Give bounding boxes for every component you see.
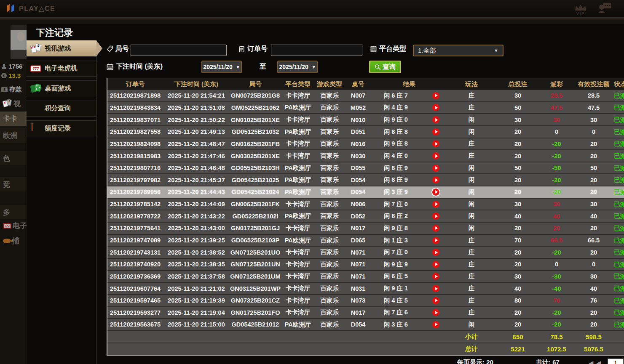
cell-valid-bet: 28.5 (574, 90, 613, 101)
table-row[interactable]: 2511202195636752025-11-20 21:15:00GD0542… (107, 319, 624, 331)
play-icon[interactable] (432, 165, 439, 172)
cell-status: 已派彩 (613, 162, 624, 174)
menu-item-table-games[interactable]: 桌面游戏 (27, 80, 96, 96)
play-icon[interactable] (432, 152, 439, 159)
play-icon[interactable] (432, 285, 439, 292)
play-icon[interactable] (432, 104, 439, 111)
cell-order-no: 251120219736369 (107, 271, 163, 282)
cell-platform-type: 卡卡湾厅 (281, 150, 315, 162)
menu-item-live-games[interactable]: K♥9 视讯游戏 (27, 40, 96, 56)
cell-order-no: 251120219843834 (107, 102, 163, 114)
play-icon[interactable] (432, 225, 439, 232)
table-row[interactable]: 2511202195932772025-11-20 21:19:04GN0172… (107, 307, 624, 319)
cell-payout: 30 (539, 114, 574, 125)
cell-table-no: D054 (344, 186, 372, 198)
menu-item-quota-records[interactable]: 额度记录 (27, 120, 96, 136)
modal-menu: K♥9 视讯游戏 777 电子老虎机 桌面游戏 积分查询 额度记录 (27, 40, 97, 364)
menu-item-points[interactable]: 积分查询 (27, 101, 96, 117)
page-input[interactable] (608, 359, 624, 364)
table-row[interactable]: 2511202197899562025-11-20 21:44:43GD0542… (107, 186, 624, 199)
clipboard-icon (238, 45, 245, 53)
play-icon[interactable] (432, 128, 439, 136)
cell-table-no: N007 (344, 90, 372, 101)
table-row[interactable]: 2511202196077642025-11-20 21:21:02GN0312… (107, 283, 624, 295)
play-icon[interactable] (432, 140, 439, 147)
header-game-type: 游戏类型 (315, 78, 344, 90)
brand-logo[interactable]: PLAY△CE (5, 3, 55, 15)
table-row[interactable]: 2511202198275582025-11-20 21:49:13GD0512… (107, 126, 624, 138)
cell-round-no: GN00625B201FK (230, 199, 281, 210)
cell-valid-bet: 66.5 (574, 235, 613, 246)
play-icon[interactable] (432, 309, 439, 316)
play-icon[interactable] (432, 261, 439, 268)
play-icon[interactable] (432, 116, 439, 123)
table-row[interactable]: 2511202197756412025-11-20 21:43:00GN0172… (107, 223, 624, 235)
play-icon[interactable] (432, 213, 439, 220)
cell-bet-time: 2025-11-20 21:37:58 (163, 271, 230, 282)
cell-total-bet: 20 (497, 307, 539, 319)
bet-time-label: 下注时间 (美东) (106, 62, 163, 71)
date-to-select[interactable]: 2025/11/20▼ (277, 61, 318, 73)
play-icon[interactable] (432, 273, 439, 280)
cell-valid-bet: 20 (574, 186, 613, 198)
play-icon[interactable] (432, 249, 439, 256)
cell-platform-type: PA欧洲厅 (281, 174, 315, 186)
cell-valid-bet: 20 (574, 223, 613, 234)
table-row[interactable]: 2511202198240982025-11-20 21:48:47GN0162… (107, 138, 624, 151)
table-row[interactable]: 2511202198370712025-11-20 21:50:22GN0102… (107, 114, 624, 126)
accent-strip (0, 17, 624, 20)
cell-game-type: 百家乐 (315, 247, 344, 258)
cell-bet-time: 2025-11-20 21:38:52 (163, 247, 230, 258)
table-row[interactable]: 2511202198159832025-11-20 21:47:46GN0302… (107, 150, 624, 162)
first-page-button[interactable]: ◀ (589, 360, 593, 364)
cell-status: 已派彩 (613, 295, 624, 306)
round-no-input[interactable] (131, 45, 227, 56)
play-icon[interactable] (432, 237, 439, 244)
cell-play-type: 闲 (446, 126, 497, 138)
table-row[interactable]: 2511202197363692025-11-20 21:37:58GN0712… (107, 271, 624, 283)
table-row[interactable]: 2511202197470892025-11-20 21:39:25GD0652… (107, 235, 624, 247)
cell-order-no: 251120219778722 (107, 210, 163, 222)
table-row[interactable]: 2511202197409202025-11-20 21:38:35GN0712… (107, 259, 624, 271)
cell-total-bet: 50 (497, 102, 539, 114)
play-icon[interactable] (432, 297, 439, 304)
table-row[interactable]: 2511202198077162025-11-20 21:46:48GD0552… (107, 162, 624, 175)
play-icon[interactable] (432, 176, 439, 183)
order-no-input[interactable] (271, 45, 362, 56)
customer-service-icon[interactable] (598, 2, 612, 16)
cell-payout: 0 (539, 259, 574, 270)
cell-play-type: 庄 (446, 259, 497, 270)
prev-page-button[interactable]: ◀ (597, 360, 601, 364)
play-icon[interactable] (432, 92, 439, 99)
table-row[interactable]: 2511202197979822025-11-20 21:45:37GD0542… (107, 174, 624, 186)
play-icon[interactable] (432, 201, 439, 208)
table-row[interactable]: 2511202198718982025-11-20 21:54:21GN0072… (107, 90, 624, 102)
cell-platform-type: PA欧洲厅 (281, 126, 315, 138)
header-status: 状态 (613, 78, 624, 90)
cell-valid-bet: 20 (574, 307, 613, 319)
table-row[interactable]: 2511202197787222025-11-20 21:43:22GD0522… (107, 210, 624, 223)
cell-status: 已派彩 (613, 283, 624, 294)
cell-payout: -20 (539, 174, 574, 186)
cell-play-type: 庄 (446, 235, 497, 246)
table-row[interactable]: 2511202198438342025-11-20 21:51:08GM0522… (107, 102, 624, 114)
chevron-down-icon: ▼ (236, 65, 240, 69)
cell-game-type: 百家乐 (315, 162, 344, 174)
date-from-select[interactable]: 2025/11/20▼ (201, 61, 242, 73)
cell-game-type: 百家乐 (315, 138, 344, 150)
table-row[interactable]: 2511202197431312025-11-20 21:38:52GN0712… (107, 247, 624, 259)
play-icon[interactable] (432, 321, 439, 328)
table-row[interactable]: 2511202197851422025-11-20 21:44:09GN0062… (107, 199, 624, 211)
header-total-bet: 总投注 (497, 78, 539, 90)
cell-result: 闲 7 庄 6 (372, 307, 446, 319)
cell-play-type: 闲 (446, 199, 497, 210)
play-icon[interactable] (432, 189, 439, 196)
platform-type-select[interactable]: 1.全部▼ (413, 45, 503, 56)
menu-item-slots[interactable]: 777 电子老虎机 (27, 61, 96, 77)
vip-button[interactable]: VIP (574, 4, 587, 16)
cell-order-no: 251120219871898 (107, 90, 163, 101)
table-row[interactable]: 2511202195974652025-11-20 21:19:39GN0732… (107, 295, 624, 307)
search-button[interactable]: 查询 (369, 61, 401, 73)
cell-game-type: 百家乐 (315, 150, 344, 162)
cell-table-no: N017 (344, 223, 372, 234)
